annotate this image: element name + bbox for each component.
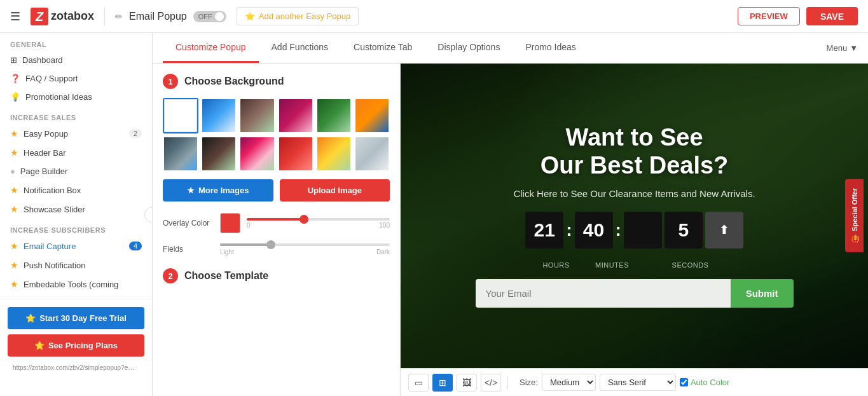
fields-slider-container: Light Dark [220,243,390,256]
pricing-button[interactable]: ⭐ See Pricing Plans [8,334,144,357]
special-offer-label: Special Offer [850,188,858,231]
tab-display-options[interactable]: Display Options [425,33,513,63]
upload-image-button[interactable]: Upload Image [280,179,390,201]
star-icon: ★ [10,147,18,158]
star-icon: ★ [10,279,18,289]
count-labels: HOURS MINUTES SECONDS [476,261,794,269]
menu-tab[interactable]: Menu ▼ [827,43,858,53]
preview-button[interactable]: PREVIEW [738,7,800,25]
tab-customize-popup[interactable]: Customize Popup [163,33,259,63]
fields-label: Fields [163,245,214,255]
tab-add-functions[interactable]: Add Functions [259,33,341,63]
sidebar-item-notification[interactable]: ★ Notification Box [0,181,152,200]
grid-view-button[interactable]: ⊞ [432,374,453,392]
overlay-min-label: 0 [247,222,251,229]
email-input[interactable] [476,279,731,308]
image-cell-green[interactable] [316,98,352,133]
toggle-circle [215,12,224,21]
overlay-color-swatch[interactable] [220,213,240,233]
star-icon: ★ [10,241,18,251]
overlay-slider-thumb[interactable] [300,215,308,224]
right-preview: Want to See Our Best Deals? Click Here t… [401,64,868,396]
sidebar-email-capture-label: Email Capture [24,242,76,251]
fields-slider-fill [220,243,271,246]
gift-icon: 🎁 [850,235,858,243]
fields-slider-thumb[interactable] [266,240,275,249]
size-label: Size: [520,378,538,387]
sidebar-item-easy-popup[interactable]: ★ Easy Popup 2 [0,124,152,143]
image-cell-sunset[interactable] [354,98,390,133]
sidebar-item-header-bar[interactable]: ★ Header Bar [0,143,152,162]
sidebar-item-email-capture[interactable]: ★ Email Capture 4 [0,236,152,256]
minutes-label: MINUTES [593,261,631,269]
image-cell-person[interactable] [278,98,313,133]
sidebar-embedable-label: Embedable Tools (coming [24,280,118,289]
more-images-button[interactable]: ★ More Images [163,179,273,201]
left-panel: 1 Choose Background [153,64,401,396]
sidebar-item-push-notification[interactable]: ★ Push Notification [0,256,152,275]
toolbar-separator [507,376,508,389]
popup-title-area: ✏ Email Popup OFF [115,11,226,22]
section2-title: 2 Choose Template [163,268,390,283]
preview-card: Want to See Our Best Deals? Click Here t… [450,111,819,320]
image-cell-red[interactable] [278,136,313,172]
image-cell-couple[interactable] [239,136,275,172]
sidebar-item-embedable[interactable]: ★ Embedable Tools (coming [0,275,152,294]
special-offer-tab[interactable]: 🎁 Special Offer [845,179,864,252]
tab-promo-ideas[interactable]: Promo Ideas [513,33,588,63]
add-popup-button[interactable]: ⭐ Add another Easy Popup [237,7,359,25]
sidebar-item-dashboard[interactable]: ⊞ Dashboard [0,51,152,69]
header-right: PREVIEW SAVE [738,7,858,25]
main-layout: GENERAL ⊞ Dashboard ❓ FAQ / Support 💡 Pr… [0,33,868,396]
star-icon: ★ [187,186,195,195]
auto-color-label: Auto Color [691,378,729,387]
submit-button[interactable]: Submit [731,279,794,308]
font-select[interactable]: Sans Serif Serif Monospace [600,374,676,391]
image-icon: 🖼 [462,378,471,388]
sidebar-item-faq[interactable]: ❓ FAQ / Support [0,69,152,88]
auto-color-input[interactable] [680,378,688,386]
preview-subtext: Click Here to See Our Clearance Items an… [476,188,794,199]
size-select[interactable]: Small Medium Large [542,374,596,391]
tabs-bar: Customize Popup Add Functions Customize … [153,33,868,64]
more-images-label: More Images [198,186,249,195]
image-cell-field[interactable] [316,136,352,172]
popup-title: Email Popup [129,11,187,22]
trial-button[interactable]: ⭐ Start 30 Day Free Trial [8,307,144,329]
circle-icon: ● [10,167,15,176]
image-cell-hiking[interactable] [239,98,275,133]
star-icon: ★ [10,260,18,270]
toggle-off-switch[interactable]: OFF [193,11,226,22]
logo-text: zotabox [51,10,94,23]
sidebar-item-showcase[interactable]: ★ Showcase Slider [0,200,152,219]
minutes-block: 40 [575,212,613,249]
sidebar-item-page-builder[interactable]: ● Page Builder [0,162,152,181]
image-cell-white[interactable] [163,98,198,133]
sidebar-item-promo[interactable]: 💡 Promotional Ideas [0,88,152,106]
star-icon: ⭐ [34,341,45,350]
seconds-units-block: 5 [665,212,703,249]
fields-slider-track [220,243,390,246]
tab-customize-tab[interactable]: Customize Tab [341,33,425,63]
sidebar-item-faq-label: FAQ / Support [25,74,78,83]
hamburger-menu[interactable]: ☰ [10,10,20,24]
save-button[interactable]: SAVE [806,7,858,25]
easy-popup-badge: 2 [129,129,142,138]
email-row: Submit [476,279,794,308]
sidebar-easy-popup-label: Easy Popup [24,129,68,139]
chevron-down-icon: ▼ [850,43,858,53]
auto-color-checkbox[interactable]: Auto Color [680,378,729,387]
light-label: Light [220,249,234,256]
preview-heading: Want to See Our Best Deals? [476,124,794,179]
code-view-button[interactable]: </> [481,374,501,392]
image-view-button[interactable]: 🖼 [457,374,477,392]
image-action-buttons: ★ More Images Upload Image [163,179,390,201]
image-cell-dark-couple[interactable] [201,136,237,172]
image-cell-blue[interactable] [201,98,237,133]
section1-text: Choose Background [184,76,284,87]
overlay-slider-fill [247,218,304,221]
image-cell-city[interactable] [163,136,198,172]
image-cell-gray[interactable] [354,136,390,172]
single-col-view-button[interactable]: ▭ [408,374,429,392]
star-icon: ★ [10,128,18,139]
